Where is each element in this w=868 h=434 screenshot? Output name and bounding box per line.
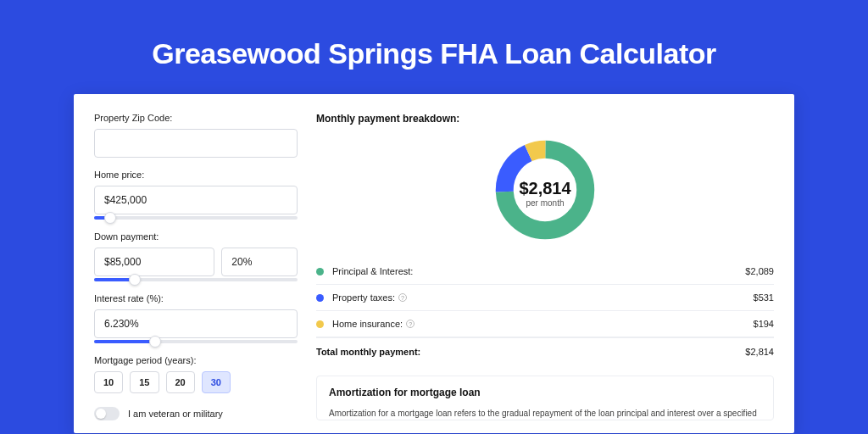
- amortization-title: Amortization for mortgage loan: [329, 387, 761, 398]
- interest-label: Interest rate (%):: [94, 293, 298, 303]
- interest-field: Interest rate (%):: [94, 293, 298, 343]
- interest-input[interactable]: [94, 309, 298, 338]
- veteran-toggle[interactable]: [94, 407, 120, 420]
- period-label: Mortgage period (years):: [94, 355, 298, 365]
- slider-thumb-icon[interactable]: [149, 336, 161, 348]
- dot-icon: [316, 268, 324, 275]
- legend-label: Home insurance: ?: [332, 319, 754, 329]
- dot-icon: [316, 294, 324, 302]
- dot-icon: [316, 320, 324, 328]
- slider-thumb-icon[interactable]: [104, 212, 116, 224]
- legend-text: Home insurance:: [332, 319, 403, 329]
- veteran-label: I am veteran or military: [128, 409, 223, 419]
- donut-amount: $2,814: [519, 179, 570, 198]
- home-price-input[interactable]: [94, 186, 298, 214]
- breakdown-column: Monthly payment breakdown: $2,814 per mo…: [316, 113, 774, 433]
- amortization-card: Amortization for mortgage loan Amortizat…: [316, 376, 774, 420]
- legend-row-insurance: Home insurance: ? $194: [316, 311, 774, 337]
- toggle-knob-icon: [96, 409, 106, 419]
- down-payment-field: Down payment:: [94, 231, 298, 281]
- period-options: 10 15 20 30: [94, 371, 298, 393]
- info-icon[interactable]: ?: [398, 293, 407, 302]
- donut-sub: per month: [519, 198, 570, 208]
- slider-thumb-icon[interactable]: [129, 274, 141, 286]
- period-10-button[interactable]: 10: [94, 371, 123, 393]
- legend-value: $194: [754, 319, 774, 329]
- down-payment-input[interactable]: [94, 248, 214, 276]
- total-value: $2,814: [745, 347, 774, 357]
- down-payment-slider[interactable]: [94, 278, 298, 281]
- breakdown-title: Monthly payment breakdown:: [316, 113, 774, 125]
- total-row: Total monthly payment: $2,814: [316, 337, 774, 369]
- zip-label: Property Zip Code:: [94, 113, 298, 123]
- interest-slider[interactable]: [94, 340, 298, 343]
- home-price-slider[interactable]: [94, 216, 298, 220]
- legend-text: Property taxes:: [332, 292, 395, 303]
- legend-value: $2,089: [745, 266, 774, 276]
- info-icon[interactable]: ?: [406, 320, 415, 328]
- period-15-button[interactable]: 15: [130, 371, 159, 393]
- inputs-column: Property Zip Code: Home price: Down paym…: [94, 113, 298, 433]
- zip-input[interactable]: [94, 129, 298, 158]
- legend-label: Property taxes: ?: [332, 292, 754, 303]
- legend-row-principal: Principal & Interest: $2,089: [316, 259, 774, 285]
- legend-value: $531: [754, 292, 774, 303]
- total-label: Total monthly payment:: [316, 347, 745, 357]
- donut-chart: $2,814 per month: [316, 131, 774, 255]
- donut-center: $2,814 per month: [519, 179, 570, 208]
- home-price-label: Home price:: [94, 170, 298, 180]
- zip-field: Property Zip Code:: [94, 113, 298, 158]
- amortization-text: Amortization for a mortgage loan refers …: [329, 407, 761, 420]
- legend: Principal & Interest: $2,089 Property ta…: [316, 259, 774, 369]
- legend-row-taxes: Property taxes: ? $531: [316, 285, 774, 311]
- period-field: Mortgage period (years): 10 15 20 30: [94, 355, 298, 393]
- period-20-button[interactable]: 20: [166, 371, 195, 393]
- period-30-button[interactable]: 30: [202, 371, 231, 393]
- down-payment-label: Down payment:: [94, 231, 298, 242]
- veteran-row: I am veteran or military: [94, 407, 298, 420]
- legend-label: Principal & Interest:: [332, 266, 745, 276]
- down-payment-pct-input[interactable]: [221, 248, 298, 276]
- page-title: Greasewood Springs FHA Loan Calculator: [0, 0, 868, 94]
- home-price-field: Home price:: [94, 170, 298, 220]
- calculator-card: Property Zip Code: Home price: Down paym…: [74, 94, 794, 433]
